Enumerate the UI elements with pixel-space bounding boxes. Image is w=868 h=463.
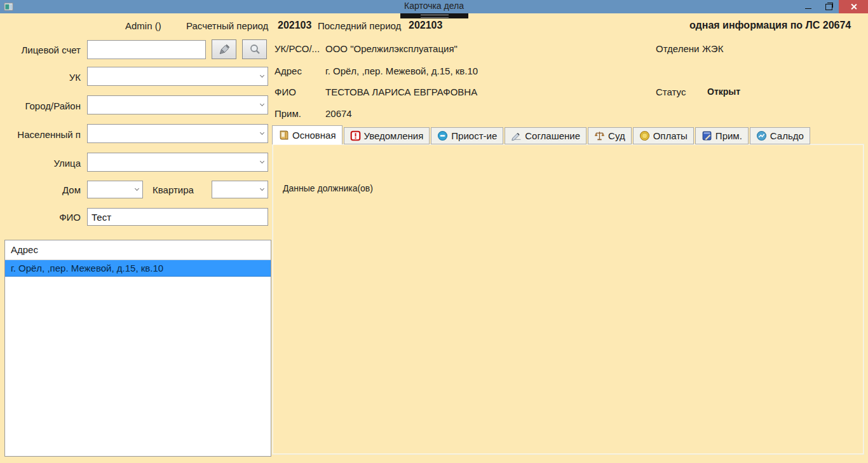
department-value: ЖЭК [702,43,723,54]
tab-label: Приост-ие [451,130,497,141]
department-label: Отделени [656,43,699,54]
tab-soglashenie[interactable]: Соглашение [505,127,587,144]
chevron-down-icon [260,159,264,163]
restore-icon [825,4,832,10]
last-period-label: Последний период [318,20,401,31]
alert-icon [350,130,361,141]
tab-oplaty[interactable]: Оплаты [633,127,694,144]
period-label: Расчетный период [186,20,268,31]
chevron-down-icon [260,186,264,191]
chart-icon [756,130,767,141]
chevron-down-icon [260,130,264,135]
court-scales-icon [594,130,605,141]
info-value: 20674 [325,108,352,119]
uk-select[interactable] [87,67,268,86]
apartment-label: Квартира [153,184,194,195]
book-icon [278,130,289,141]
debtors-group-title: Данные должника(ов) [280,183,376,193]
clear-brush-button[interactable] [212,39,236,59]
admin-label: Admin () [125,20,161,31]
street-label: Улица [3,158,81,169]
house-label: Дом [3,184,81,195]
summary-info-title: одная информация по ЛС 20674 [689,20,851,31]
tab-label: Сальдо [770,130,804,141]
tab-label: Соглашение [525,130,580,141]
tab-uvedomleniya[interactable]: Уведомления [344,127,430,144]
suspend-icon [437,130,448,141]
tab-primechaniya[interactable]: Прим. [695,127,749,144]
grip-lines [421,15,449,18]
city-label: Город/Район [3,100,81,111]
overlapping-window-strip [400,13,468,18]
case-card-window: Карточка дела Admin () Расчетный период … [0,0,868,463]
info-label: Адрес [275,66,302,76]
search-icon [248,43,261,56]
tab-strip: Основная Уведомления Приост-ие Соглашени… [272,125,810,144]
chevron-down-icon [260,73,264,78]
tab-saldo[interactable]: Сальдо [750,127,810,144]
tab-label: Прим. [715,130,742,141]
info-label: ФИО [275,86,296,97]
tab-label: Основная [292,130,336,141]
tab-osnovnaya[interactable]: Основная [272,125,342,144]
uk-label: УК [3,72,81,83]
tab-label: Суд [608,130,625,141]
info-value: ООО "Орелжилэксплуатация" [325,43,458,54]
street-select[interactable] [87,153,268,172]
titlebar: Карточка дела [0,0,868,13]
address-list-item-selected[interactable]: г. Орёл, ,пер. Межевой, д.15, кв.10 [5,260,271,277]
minimize-button[interactable] [798,0,818,13]
close-icon [850,3,857,10]
info-label: УК/РСО/... [275,43,320,54]
settlement-select[interactable] [87,124,268,143]
close-button[interactable] [839,0,868,13]
city-select[interactable] [87,95,268,114]
info-label: Прим. [275,108,301,119]
notepad-icon [702,130,712,141]
minimize-icon [805,8,811,9]
status-value: Открыт [707,86,740,97]
last-period-value: 202103 [409,20,442,31]
fio-input[interactable] [87,208,268,226]
tab-label: Уведомления [364,130,424,141]
info-value: ТЕСТОВА ЛАРИСА ЕВГРАФОВНА [325,86,477,97]
chevron-down-icon [135,186,139,191]
agreement-icon [511,130,522,141]
settlement-label: Населенный п [3,129,81,140]
info-value: г. Орёл, ,пер. Межевой, д.15, кв.10 [325,66,478,76]
account-input[interactable] [87,40,206,59]
house-select[interactable] [87,181,143,198]
window-title: Карточка дела [404,1,464,11]
search-account-button[interactable] [242,39,267,59]
period-value: 202103 [278,20,311,31]
tab-sud[interactable]: Суд [588,127,632,144]
restore-button[interactable] [818,0,839,13]
brush-icon [218,43,231,56]
tab-label: Оплаты [653,130,688,141]
status-label: Статус [656,86,686,97]
address-list: Адрес г. Орёл, ,пер. Межевой, д.15, кв.1… [4,240,271,457]
fio-label: ФИО [3,212,81,223]
chevron-down-icon [260,102,264,106]
apartment-select[interactable] [212,181,268,198]
coin-icon [639,130,650,141]
tab-priostanovlenie[interactable]: Приост-ие [431,127,503,144]
app-window-icon [4,2,13,11]
address-list-header[interactable]: Адрес [5,240,271,260]
account-label: Лицевой счет [3,45,81,55]
